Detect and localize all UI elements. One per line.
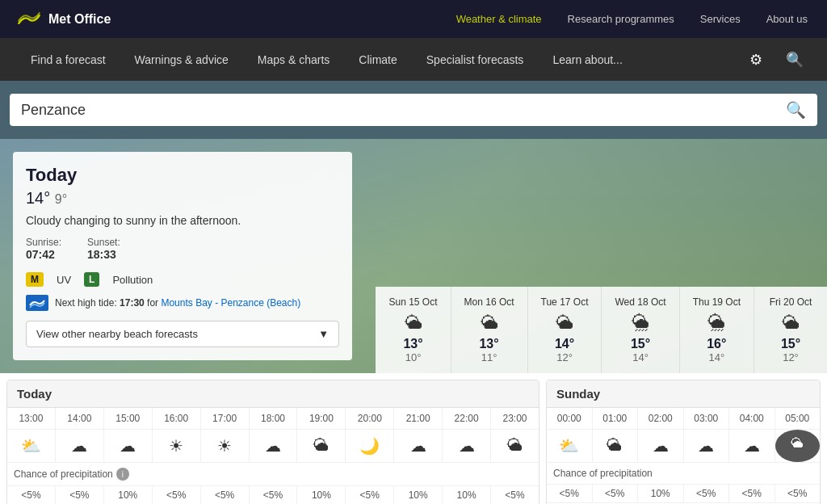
icon-0: ⛅ xyxy=(7,430,56,462)
precip-5: <5% xyxy=(250,486,298,504)
nav-climate[interactable]: Climate xyxy=(344,38,411,81)
day-5-icon: 🌥 xyxy=(767,313,814,334)
day-1-date: Mon 16 Oct xyxy=(464,296,514,308)
hour-3: 16:00 xyxy=(153,408,201,429)
search-input[interactable] xyxy=(21,102,779,119)
day-2-low: 12° xyxy=(541,351,589,363)
sun-times: Sunrise: 07:42 Sunset: 18:33 xyxy=(26,237,339,261)
precip-info-icon[interactable]: i xyxy=(116,468,129,481)
tide-icon xyxy=(26,295,48,311)
forecast-day-3: Wed 18 Oct 🌦 15° 14° xyxy=(602,287,679,373)
day-3-icon: 🌦 xyxy=(615,313,665,334)
nav-find-forecast[interactable]: Find a forecast xyxy=(16,38,120,81)
hour-8: 21:00 xyxy=(394,408,443,429)
precip-3: <5% xyxy=(153,486,201,504)
uv-badge: M xyxy=(26,272,44,287)
search-area: 🔍 xyxy=(0,81,827,139)
precip-7: <5% xyxy=(346,486,394,504)
pollution-badge: L xyxy=(84,272,99,287)
sun-hour-4: 04:00 xyxy=(729,408,775,429)
precip-label: Chance of precipitation xyxy=(14,468,113,480)
icon-9: ☁ xyxy=(443,430,491,462)
temp-high: 14° xyxy=(26,189,50,207)
sun-hour-3: 03:00 xyxy=(684,408,730,429)
weather-card: Today 14° 9° Cloudy changing to sunny in… xyxy=(13,152,352,360)
sunday-precip-values: <5% <5% 10% <5% <5% <5% xyxy=(547,485,820,503)
day-3-high: 15° xyxy=(615,337,665,351)
top-nav-about[interactable]: About us xyxy=(763,13,811,25)
today-hourly-panel: Today 13:00 14:00 15:00 16:00 17:00 18:0… xyxy=(6,380,539,504)
hour-1: 14:00 xyxy=(56,408,104,429)
sun-precip-1: <5% xyxy=(593,485,639,502)
search-submit-button[interactable]: 🔍 xyxy=(786,100,806,120)
today-precip-values: <5% <5% 10% <5% <5% <5% 10% <5% 10% 10% … xyxy=(7,486,539,504)
day-2-icon: 🌥 xyxy=(541,313,589,334)
forecast-day-2: Tue 17 Oct 🌥 14° 12° xyxy=(528,287,602,373)
day-1-low: 11° xyxy=(464,351,514,363)
hour-10: 23:00 xyxy=(491,408,539,429)
icon-2: ☁ xyxy=(104,430,153,462)
beach-dropdown-button[interactable]: View other nearby beach forecasts ▼ xyxy=(26,321,339,347)
hour-2: 15:00 xyxy=(104,408,153,429)
sun-icon-0: ⛅ xyxy=(547,430,593,462)
secondary-navigation: Find a forecast Warnings & advice Maps &… xyxy=(0,38,827,81)
sunset: Sunset: 18:33 xyxy=(87,237,120,261)
day-4-date: Thu 19 Oct xyxy=(693,296,741,308)
hour-4: 17:00 xyxy=(201,408,250,429)
icon-3: ☀ xyxy=(153,430,201,462)
logo-text: Met Office xyxy=(48,12,111,27)
icon-8: ☁ xyxy=(394,430,443,462)
uv-label: UV xyxy=(57,274,71,286)
today-panel-header: Today xyxy=(7,380,539,408)
forecast-day-5: Fri 20 Oct 🌥 15° 12° xyxy=(754,287,827,373)
icon-7: 🌙 xyxy=(346,430,394,462)
sunrise-label: Sunrise: xyxy=(26,237,61,248)
tide-location-link[interactable]: Mounts Bay - Penzance (Beach) xyxy=(161,297,300,309)
sun-precip-5: <5% xyxy=(775,485,821,502)
icon-4: ☀ xyxy=(201,430,250,462)
day-0-high: 13° xyxy=(388,337,437,351)
icon-5: ☁ xyxy=(250,430,298,462)
today-icons-row: ⛅ ☁ ☁ ☀ ☀ ☁ 🌥 🌙 ☁ ☁ 🌥 xyxy=(7,430,539,463)
precip-1: <5% xyxy=(56,486,104,504)
tide-time: 17:30 xyxy=(120,297,145,309)
sunday-hours-row: 00:00 01:00 02:00 03:00 04:00 05:00 xyxy=(547,408,820,430)
nav-maps[interactable]: Maps & charts xyxy=(243,38,344,81)
logo[interactable]: Met Office xyxy=(16,11,111,27)
top-nav-weather[interactable]: Weather & climate xyxy=(453,13,545,25)
today-hours-row: 13:00 14:00 15:00 16:00 17:00 18:00 19:0… xyxy=(7,408,539,430)
precip-6: 10% xyxy=(297,486,346,504)
sec-nav-links: Find a forecast Warnings & advice Maps &… xyxy=(16,38,740,81)
hour-6: 19:00 xyxy=(297,408,346,429)
top-nav-services[interactable]: Services xyxy=(697,13,744,25)
day-0-date: Sun 15 Oct xyxy=(388,296,437,308)
precip-2: 10% xyxy=(104,486,153,504)
sun-icon-5: 🌥 xyxy=(775,430,821,462)
hour-7: 20:00 xyxy=(346,408,394,429)
precip-0: <5% xyxy=(7,486,56,504)
hour-9: 22:00 xyxy=(443,408,491,429)
settings-button[interactable]: ⚙ xyxy=(740,44,772,76)
sun-precip-label: Chance of precipitation xyxy=(553,468,653,479)
hour-5: 18:00 xyxy=(250,408,298,429)
search-button[interactable]: 🔍 xyxy=(779,44,811,76)
today-label: Today xyxy=(26,165,339,186)
icon-6: 🌥 xyxy=(297,430,346,462)
day-5-low: 12° xyxy=(767,351,814,363)
tide-label: Next high tide: 17:30 for Mounts Bay - P… xyxy=(55,297,300,309)
nav-icons: ⚙ 🔍 xyxy=(740,44,811,76)
hourly-section: Today 13:00 14:00 15:00 16:00 17:00 18:0… xyxy=(0,373,827,504)
sun-hour-1: 01:00 xyxy=(593,408,639,429)
sun-icon-4: ☁ xyxy=(729,430,775,462)
sunrise: Sunrise: 07:42 xyxy=(26,237,61,261)
top-navigation: Met Office Weather & climate Research pr… xyxy=(0,0,827,38)
nav-learn[interactable]: Learn about... xyxy=(538,38,636,81)
top-nav-research[interactable]: Research programmes xyxy=(565,13,678,25)
forecast-day-0: Sun 15 Oct 🌥 13° 10° xyxy=(376,287,451,373)
nav-specialist[interactable]: Specialist forecasts xyxy=(412,38,539,81)
nav-warnings[interactable]: Warnings & advice xyxy=(120,38,243,81)
day-4-high: 16° xyxy=(693,337,741,351)
chevron-down-icon: ▼ xyxy=(318,328,329,340)
tide-info: Next high tide: 17:30 for Mounts Bay - P… xyxy=(26,295,339,311)
uv-pollution-row: M UV L Pollution xyxy=(26,272,339,287)
